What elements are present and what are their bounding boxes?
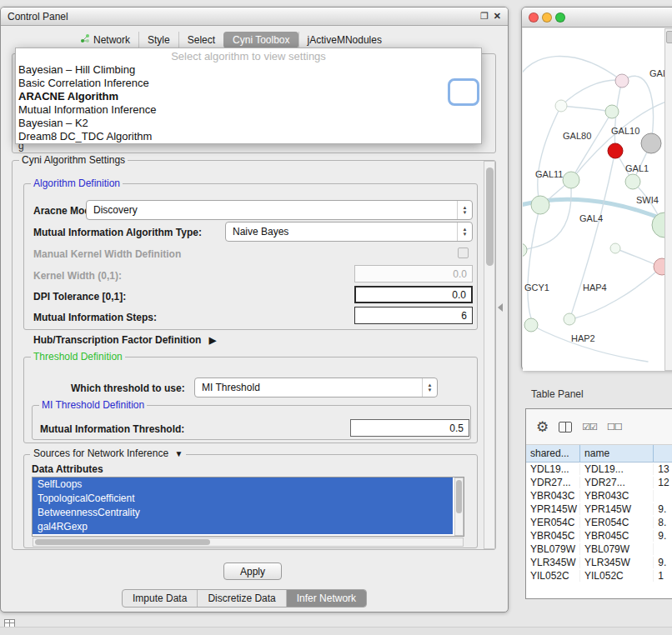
tab-cyni-toolbox[interactable]: Cyni Toolbox: [223, 32, 298, 48]
network-node[interactable]: [531, 196, 549, 214]
algorithm-option-bayesian-k2[interactable]: Bayesian – K2: [16, 117, 481, 130]
network-node[interactable]: [555, 100, 567, 112]
mi-steps-field[interactable]: 6: [354, 307, 473, 324]
sources-section-label[interactable]: Sources for Network Inference ▼: [30, 448, 186, 459]
network-node[interactable]: [641, 133, 661, 153]
column-header-partial[interactable]: [654, 445, 672, 462]
network-node[interactable]: [524, 318, 538, 332]
float-window-icon[interactable]: ❐: [480, 12, 489, 21]
column-header-name[interactable]: name: [580, 445, 654, 462]
table-cell: 9.: [654, 503, 672, 515]
network-node[interactable]: [563, 172, 579, 188]
bottom-tab-infer-network[interactable]: Infer Network: [286, 590, 366, 607]
network-node[interactable]: [610, 243, 620, 253]
tab-select[interactable]: Select: [178, 32, 223, 48]
table-row[interactable]: YPR145WYPR145W9.: [526, 502, 672, 516]
tab-label: Cyni Toolbox: [233, 34, 289, 46]
hub-section-label[interactable]: Hub/Transcription Factor Definition ▶: [33, 334, 216, 346]
network-node[interactable]: [625, 174, 640, 189]
control-panel-tab-bar: NetworkStyleSelectCyni ToolboxjActiveMNo…: [72, 31, 390, 48]
manual-kernel-checkbox[interactable]: [458, 248, 469, 258]
expanded-arrow-icon[interactable]: ▼: [174, 449, 183, 458]
combo-stepper-icon: ▲▼: [457, 222, 472, 241]
mi-threshold-group-title: MI Threshold Definition: [39, 399, 147, 411]
tab-style[interactable]: Style: [138, 32, 178, 48]
zoom-traffic-light-icon[interactable]: [555, 12, 565, 22]
clear-all-checks-icon[interactable]: ☐☐: [607, 422, 622, 432]
network-node[interactable]: [605, 105, 619, 118]
attribute-item-topologicalcoefficient[interactable]: TopologicalCoefficient: [33, 492, 453, 506]
combo-stepper-icon: ▲▼: [422, 378, 437, 397]
algorithm-option-basic-correlation-inference[interactable]: Basic Correlation Inference: [16, 77, 481, 90]
mi-steps-label: Mutual Information Steps:: [33, 312, 157, 323]
aracne-mode-combo[interactable]: Discovery ▲▼: [86, 200, 473, 220]
select-all-checks-icon[interactable]: ☑☑: [582, 422, 597, 432]
dpi-tolerance-field[interactable]: 0.0: [354, 286, 473, 303]
attribute-item-gal4rgexp[interactable]: gal4RGexp: [33, 520, 453, 534]
pane-resize-handle[interactable]: [498, 303, 503, 312]
table-row[interactable]: YIL052CYIL052C1: [526, 569, 672, 582]
algorithm-option-mutual-information-inference[interactable]: Mutual Information Inference: [16, 103, 481, 117]
table-cell: YBR043C: [526, 490, 580, 502]
attribute-item-selfloops[interactable]: SelfLoops: [33, 478, 453, 492]
bottom-tab-discretize-data[interactable]: Discretize Data: [197, 590, 285, 607]
network-edge: [523, 56, 622, 81]
close-window-icon[interactable]: ✕: [494, 12, 501, 21]
minimize-traffic-light-icon[interactable]: [542, 12, 552, 22]
table-row[interactable]: YBL079WYBL079W: [526, 542, 672, 556]
network-node[interactable]: [523, 243, 527, 257]
network-scrollbar-button[interactable]: [666, 31, 672, 43]
network-node[interactable]: [608, 143, 623, 158]
attribute-item-betweennesscentrality[interactable]: BetweennessCentrality: [33, 506, 453, 520]
columns-icon[interactable]: [559, 422, 572, 432]
window-title: Control Panel: [8, 11, 68, 22]
collapsed-arrow-icon[interactable]: ▶: [209, 335, 216, 345]
attr-list-hscrollbar-thumb[interactable]: [35, 539, 210, 545]
mi-type-combo[interactable]: Naive Bayes ▲▼: [225, 222, 473, 242]
table-row[interactable]: YBR043CYBR043C: [526, 489, 672, 502]
network-view-window: GALGAL80GAL10GAL11GAL1SWI4GAL4GCY1HAP4HA…: [521, 7, 672, 371]
settings-scrollbar-thumb[interactable]: [486, 168, 494, 266]
mi-threshold-field[interactable]: 0.5: [350, 419, 469, 437]
table-row[interactable]: YLR345WYLR345W9.: [526, 556, 672, 569]
cyni-settings-title: Cyni Algorithm Settings: [19, 154, 128, 166]
network-node[interactable]: [615, 74, 629, 88]
network-vscrollbar[interactable]: [664, 28, 672, 371]
network-canvas[interactable]: GALGAL80GAL10GAL11GAL1SWI4GAL4GCY1HAP4HA…: [523, 28, 664, 371]
control-panel-titlebar[interactable]: Control Panel ❐ ✕: [1, 8, 508, 26]
close-traffic-light-icon[interactable]: [529, 12, 539, 22]
node-label-gal11: GAL11: [535, 169, 563, 179]
table-cell: YBR043C: [580, 490, 654, 502]
algorithm-option-bayesian-hill-climbing[interactable]: Bayesian – Hill Climbing: [16, 63, 481, 77]
kernel-width-field[interactable]: 0.0: [354, 265, 473, 282]
algorithm-option-dream8-dc-tdc-algorithm[interactable]: Dream8 DC_TDC Algorithm: [16, 130, 481, 143]
algorithm-dropdown-popup: Select algorithm to view settings Bayesi…: [15, 48, 482, 144]
gear-icon[interactable]: ⚙: [536, 420, 549, 434]
tab-jactivemnodules[interactable]: jActiveMNodules: [298, 32, 390, 48]
attr-list-vscrollbar-thumb[interactable]: [456, 480, 462, 513]
table-cell: YPR145W: [526, 503, 580, 515]
node-label-gal4: GAL4: [579, 213, 603, 223]
table-cell: YIL052C: [526, 570, 580, 582]
settings-scrollbar[interactable]: [484, 161, 495, 549]
node-label-gcy1: GCY1: [524, 282, 549, 292]
algorithm-settings-button[interactable]: [448, 78, 479, 106]
combo-stepper-icon: ▲▼: [457, 201, 472, 219]
table-cell: 9.: [654, 557, 672, 568]
table-row[interactable]: YBR045CYBR045C9.: [526, 529, 672, 542]
network-node[interactable]: [564, 313, 575, 325]
table-row[interactable]: YER054CYER054C8.: [526, 516, 672, 529]
tab-label: Style: [148, 34, 170, 46]
which-threshold-combo[interactable]: MI Threshold ▲▼: [194, 378, 438, 398]
attr-list-vscrollbar[interactable]: [454, 478, 464, 536]
table-row[interactable]: YDR27...YDR27...12: [526, 476, 672, 489]
column-header-shared[interactable]: shared...: [526, 445, 580, 462]
table-row[interactable]: YDL19...YDL19...13: [526, 462, 672, 476]
tab-network[interactable]: Network: [72, 31, 138, 48]
network-window-titlebar[interactable]: [522, 8, 672, 28]
algorithm-option-aracne-algorithm[interactable]: ARACNE Algorithm: [16, 90, 481, 103]
which-threshold-value: MI Threshold: [202, 382, 260, 393]
apply-button[interactable]: Apply: [223, 562, 282, 580]
bottom-tab-impute-data[interactable]: Impute Data: [123, 590, 197, 607]
attr-list-hscrollbar[interactable]: [33, 538, 464, 547]
